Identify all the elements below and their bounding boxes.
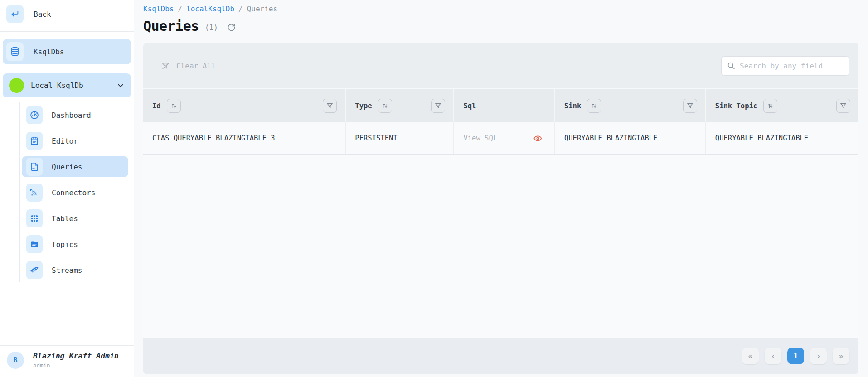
table-header-row: Id Type: [143, 88, 858, 122]
pagination-last-button[interactable]: »: [833, 348, 849, 364]
sidebar-item-label: Queries: [52, 163, 82, 171]
row-count-badge: (1): [205, 20, 218, 32]
cluster-status-dot: [9, 78, 24, 93]
sidebar-subnav: Dashboard Editor SQL Queries: [0, 101, 134, 285]
title-row: Queries (1): [143, 16, 858, 36]
column-label: Type: [355, 102, 372, 110]
journal-icon: [26, 132, 43, 150]
sort-button[interactable]: [167, 99, 181, 113]
column-header-sql: Sql: [454, 89, 555, 122]
sidebar: Back KsqlDbs Local KsqlDb: [0, 0, 134, 377]
sidebar-item-label: Editor: [52, 137, 78, 145]
filter-button[interactable]: [683, 99, 697, 113]
sidebar-item-ksqldbs[interactable]: KsqlDbs: [3, 39, 131, 64]
sidebar-spacer: [0, 285, 134, 345]
clear-all-label: Clear All: [176, 62, 216, 70]
breadcrumb-link-localksqldb[interactable]: localKsqlDb: [186, 5, 234, 13]
view-sql-link[interactable]: View SQL: [463, 134, 497, 142]
column-label: Id: [152, 102, 161, 110]
sidebar-cluster-local-ksqldb[interactable]: Local KsqlDb: [3, 73, 131, 97]
cell-sink: QUERYABLE_BLAZINGTABLE: [555, 122, 706, 154]
user-section[interactable]: B Blazing Kraft Admin admin: [0, 346, 134, 377]
cluster-label: Local KsqlDb: [31, 81, 110, 90]
gauge-icon: [26, 106, 43, 124]
table-row[interactable]: CTAS_QUERYABLE_BLAZINGTABLE_3 PERSISTENT…: [143, 122, 858, 155]
table-empty-area: [143, 155, 858, 338]
sidebar-item-editor[interactable]: Editor: [22, 130, 128, 151]
column-label: Sql: [463, 102, 476, 110]
back-label: Back: [34, 10, 51, 19]
filter-button[interactable]: [431, 99, 445, 113]
pagination-prev-button[interactable]: ‹: [765, 348, 781, 364]
main-content: KsqlDbs / localKsqlDb / Queries Queries …: [134, 0, 868, 377]
queries-panel: Clear All Id: [143, 43, 858, 374]
sidebar-item-dashboard[interactable]: Dashboard: [22, 105, 128, 126]
sql-file-icon: SQL: [26, 158, 43, 176]
chevron-down-icon: [116, 82, 125, 90]
sidebar-item-connectors[interactable]: Connectors: [22, 182, 128, 203]
back-arrow-icon: [6, 5, 24, 23]
svg-text:SQL: SQL: [32, 167, 36, 170]
breadcrumb-separator: /: [238, 5, 243, 13]
sort-button[interactable]: [763, 99, 777, 113]
user-name: Blazing Kraft Admin: [33, 352, 119, 360]
cell-type: PERSISTENT: [346, 122, 454, 154]
sidebar-item-label: KsqlDbs: [34, 48, 64, 56]
sidebar-divider: [0, 31, 134, 32]
search-box: [721, 56, 849, 76]
satellite-icon: [26, 184, 43, 202]
pagination-page-1-button[interactable]: 1: [787, 348, 804, 364]
cell-sql: View SQL: [454, 122, 555, 154]
sidebar-item-label: Dashboard: [52, 111, 91, 120]
table-grid-icon: [26, 209, 43, 227]
table-toolbar: Clear All: [143, 43, 858, 88]
database-icon: [6, 42, 24, 61]
column-header-id: Id: [143, 89, 346, 122]
back-button[interactable]: Back: [0, 0, 134, 28]
pagination-first-button[interactable]: «: [742, 348, 759, 364]
sidebar-item-topics[interactable]: Topics: [22, 234, 128, 255]
column-header-sink-topic: Sink Topic: [706, 89, 858, 122]
cell-sink-topic: QUERYABLE_BLAZINGTABLE: [706, 122, 858, 154]
sidebar-item-streams[interactable]: Streams: [22, 260, 128, 280]
sort-button[interactable]: [587, 99, 601, 113]
folder-icon: [26, 235, 43, 253]
sidebar-item-label: Tables: [52, 214, 78, 223]
filter-slash-icon: [161, 61, 170, 71]
breadcrumb-link-ksqldbs[interactable]: KsqlDbs: [143, 5, 174, 13]
cell-id: CTAS_QUERYABLE_BLAZINGTABLE_3: [143, 122, 346, 154]
breadcrumb-separator: /: [178, 5, 182, 13]
sidebar-item-label: Connectors: [52, 188, 95, 197]
column-header-sink: Sink: [555, 89, 706, 122]
filter-button[interactable]: [323, 99, 337, 113]
sidebar-item-label: Topics: [52, 240, 78, 249]
sidebar-item-label: Streams: [52, 266, 82, 275]
filter-button[interactable]: [836, 99, 850, 113]
pagination-next-button[interactable]: ›: [810, 348, 827, 364]
page-title: Queries: [143, 18, 199, 34]
sort-button[interactable]: [378, 99, 392, 113]
breadcrumb: KsqlDbs / localKsqlDb / Queries: [143, 3, 858, 14]
avatar: B: [7, 352, 24, 369]
eye-icon[interactable]: [533, 134, 543, 143]
column-header-type: Type: [346, 89, 454, 122]
breadcrumb-current: Queries: [247, 5, 277, 13]
column-label: Sink: [564, 102, 581, 110]
sidebar-item-queries[interactable]: SQL Queries: [22, 156, 128, 177]
column-label: Sink Topic: [715, 102, 757, 110]
user-role: admin: [33, 362, 119, 369]
clear-all-button[interactable]: Clear All: [161, 61, 216, 71]
pagination-bar: « ‹ 1 › »: [143, 338, 858, 374]
search-input[interactable]: [721, 56, 849, 76]
bird-icon: [26, 261, 43, 279]
sidebar-item-tables[interactable]: Tables: [22, 208, 128, 229]
refresh-icon[interactable]: [227, 20, 236, 32]
